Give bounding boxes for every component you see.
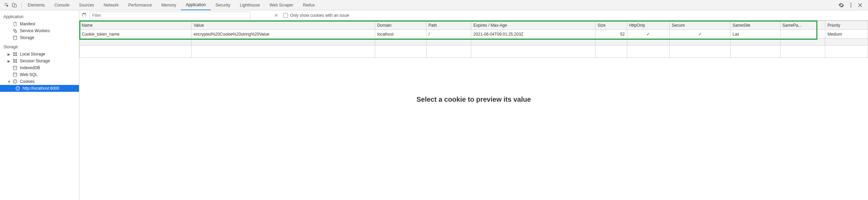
svg-rect-15: [15, 61, 17, 63]
sidebar-item-label: Manifest: [20, 22, 35, 26]
col-path[interactable]: Path: [426, 21, 471, 30]
sidebar-item-local-storage[interactable]: ▶ Local Storage: [0, 51, 79, 58]
svg-point-21: [15, 82, 15, 83]
database-icon: [12, 35, 18, 40]
cookie-preview-placeholder: Select a cookie to preview its value: [79, 58, 868, 200]
cell-value: encrypted%20Cookie%20string%20Value: [192, 30, 375, 39]
grid-icon: [12, 59, 18, 63]
only-issue-checkbox[interactable]: Only show cookies with an issue: [283, 13, 349, 18]
sidebar-item-label: Web SQL: [20, 72, 38, 77]
inspect-icon[interactable]: [4, 2, 10, 8]
close-icon[interactable]: [858, 3, 863, 8]
cookie-icon: [12, 79, 18, 84]
svg-rect-11: [15, 54, 17, 56]
sidebar-item-websql[interactable]: Web SQL: [0, 71, 79, 78]
cookie-icon: [15, 86, 21, 91]
col-samesite[interactable]: SameSite: [730, 21, 780, 30]
sidebar-item-service-workers[interactable]: Service Workers: [0, 27, 79, 34]
database-icon: [12, 72, 18, 77]
tab-performance[interactable]: Performance: [123, 0, 157, 10]
gear-icon[interactable]: [839, 2, 844, 8]
tab-elements[interactable]: Elements: [23, 0, 50, 10]
svg-point-25: [17, 89, 18, 89]
svg-point-3: [851, 4, 852, 5]
tab-redux[interactable]: Redux: [298, 0, 320, 10]
tab-console[interactable]: Console: [50, 0, 74, 10]
cell-sameparty: [780, 30, 825, 39]
sidebar-item-storage[interactable]: Storage: [0, 34, 79, 41]
sidebar-item-session-storage[interactable]: ▶ Session Storage: [0, 58, 79, 64]
grid-icon: [12, 52, 18, 57]
svg-point-19: [14, 81, 15, 82]
svg-point-16: [13, 66, 17, 67]
col-expires[interactable]: Expires / Max-Age: [471, 21, 595, 30]
sidebar-section-storage: Storage: [0, 43, 79, 51]
col-value[interactable]: Value: [192, 21, 375, 30]
col-priority[interactable]: Priority: [825, 21, 868, 30]
tab-application[interactable]: Application: [181, 0, 211, 10]
svg-rect-9: [15, 52, 17, 54]
database-icon: [12, 65, 18, 70]
clear-filter-icon[interactable]: ✕: [272, 13, 280, 18]
svg-rect-12: [13, 59, 15, 61]
sidebar-item-label: IndexedDB: [20, 65, 40, 70]
col-secure[interactable]: Secure: [670, 21, 731, 30]
table-row-empty: [80, 46, 868, 58]
col-sameparty[interactable]: SamePa...: [780, 21, 825, 30]
device-toggle-icon[interactable]: [12, 2, 17, 8]
cell-samesite: Lax: [730, 30, 780, 39]
cell-priority: Medium: [825, 30, 868, 39]
svg-rect-13: [15, 59, 17, 61]
cookies-toolbar: ✕ Only show cookies with an issue: [79, 10, 868, 21]
checkbox-icon: [283, 13, 288, 18]
svg-point-22: [16, 87, 20, 90]
tab-web-scraper[interactable]: Web Scraper: [265, 0, 298, 10]
table-row[interactable]: Cookie_token_name encrypted%20Cookie%20s…: [80, 30, 868, 39]
svg-rect-14: [13, 61, 15, 63]
svg-point-2: [851, 3, 852, 4]
svg-point-6: [15, 30, 17, 33]
devtools-tab-bar: Elements Console Sources Network Perform…: [0, 0, 868, 10]
tab-network[interactable]: Network: [99, 0, 123, 10]
svg-point-7: [13, 36, 17, 37]
cell-expires: 2021-06-04T09:01:25.203Z: [471, 30, 595, 39]
svg-point-23: [17, 88, 17, 88]
col-size[interactable]: Size: [595, 21, 627, 30]
cell-httponly: ✓: [627, 30, 669, 39]
cell-path: /: [426, 30, 471, 39]
sidebar-item-label: Session Storage: [20, 59, 50, 63]
cell-name: Cookie_token_name: [80, 30, 192, 39]
svg-rect-10: [13, 54, 15, 56]
sidebar-item-indexeddb[interactable]: IndexedDB: [0, 64, 79, 71]
sidebar-item-label: Cookies: [20, 79, 35, 84]
cell-secure: ✓: [670, 30, 731, 39]
cookies-table: Name Value Domain Path Expires / Max-Age…: [79, 21, 868, 58]
cell-domain: localhost: [375, 30, 426, 39]
col-domain[interactable]: Domain: [375, 21, 426, 30]
sidebar-item-label: Service Workers: [20, 28, 50, 33]
sidebar-item-cookies[interactable]: ▼ Cookies: [0, 78, 79, 85]
refresh-icon[interactable]: [81, 13, 87, 18]
tab-memory[interactable]: Memory: [157, 0, 181, 10]
tab-lighthouse[interactable]: Lighthouse: [235, 0, 265, 10]
kebab-menu-icon[interactable]: [848, 2, 854, 8]
sidebar-item-label: Local Storage: [20, 52, 45, 57]
table-row-empty: [80, 39, 868, 46]
svg-point-24: [18, 87, 19, 88]
tab-security[interactable]: Security: [211, 0, 235, 10]
chevron-right-icon[interactable]: ▶: [8, 59, 10, 63]
svg-point-20: [15, 80, 16, 81]
chevron-down-icon[interactable]: ▼: [8, 80, 10, 84]
document-icon: [12, 22, 18, 26]
svg-point-18: [13, 80, 17, 84]
sidebar-item-manifest[interactable]: Manifest: [0, 21, 79, 27]
cookies-panel: ✕ Only show cookies with an issue: [79, 10, 868, 200]
filter-input[interactable]: [90, 12, 250, 19]
tab-sources[interactable]: Sources: [74, 0, 99, 10]
col-name[interactable]: Name: [80, 21, 192, 30]
col-httponly[interactable]: HttpOnly: [627, 21, 669, 30]
sidebar-item-cookie-origin[interactable]: http://localhost:8000: [0, 85, 79, 92]
application-sidebar: Application Manifest Service Workers: [0, 10, 79, 200]
chevron-right-icon[interactable]: ▶: [8, 52, 10, 56]
gear-icon: [12, 28, 18, 33]
